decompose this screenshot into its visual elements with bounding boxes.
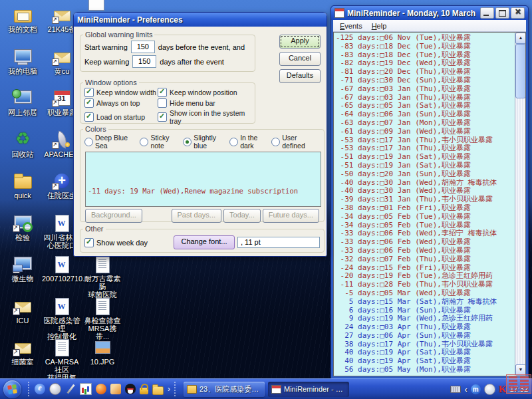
cancel-button[interactable]: Cancel: [279, 52, 321, 66]
window-option-checkbox[interactable]: Load on startup: [84, 109, 158, 125]
reminder-row[interactable]: -51 days:□19 Jan (Sat),职业暴露: [336, 162, 515, 170]
show-week-day-checkbox[interactable]: [84, 238, 94, 247]
quick-launch-expand-arrow[interactable]: ›: [166, 384, 172, 394]
maximize-button[interactable]: [495, 7, 509, 19]
shortcut-arrow-icon: [13, 308, 20, 315]
reminder-row[interactable]: 5 days:□15 Mar (Sat),胡瀚方 梅毒抗体: [336, 298, 515, 307]
start-warning-input[interactable]: [131, 41, 155, 53]
reminder-row[interactable]: -63 days:□07 Jan (Mon),职业暴露: [336, 119, 515, 128]
quick-launch-icon[interactable]: [125, 384, 136, 394]
window-option-checkbox[interactable]: Always on top: [84, 98, 158, 108]
desktop-icon[interactable]: 细菌室: [3, 338, 43, 366]
desktop-icon[interactable]: 回收站: [3, 130, 43, 158]
window-option-checkbox[interactable]: Keep window width: [84, 88, 158, 97]
reminder-row[interactable]: 27 days:□06 Apr (Sun),职业暴露: [336, 332, 515, 340]
watermark: [506, 374, 531, 394]
desktop-icon[interactable]: 2007102710...: [42, 255, 82, 283]
desktop-icon[interactable]: 检验: [3, 213, 43, 241]
keep-warning-input[interactable]: [132, 55, 156, 68]
colors-group: Colors Deep Blue Sea Sticky note: [80, 125, 325, 222]
start-button[interactable]: [3, 380, 21, 398]
reminder-row[interactable]: -83 days:□18 Dec (Tue),职业暴露: [336, 43, 515, 51]
group-legend: Other: [83, 225, 106, 233]
quick-launch-icon[interactable]: [49, 383, 61, 395]
background-button[interactable]: Background...: [85, 209, 142, 223]
desktop-icon-glyph: [11, 338, 34, 356]
scroll-up-arrow[interactable]: ▲: [515, 33, 526, 44]
desktop-icon-glyph: [51, 297, 73, 315]
color-scheme-radio[interactable]: Slightly blue: [183, 134, 229, 150]
globe-tray-icon[interactable]: [484, 384, 495, 395]
past-days-button[interactable]: Past days...: [172, 209, 221, 223]
color-scheme-radio[interactable]: User defined: [271, 134, 320, 150]
future-days-button[interactable]: Future days...: [263, 209, 319, 223]
desktop-icon[interactable]: 10.JPG: [82, 338, 122, 366]
task-button[interactable]: MiniReminder - Mon...: [268, 382, 349, 397]
scrollbar[interactable]: ▲ ▼: [515, 33, 525, 376]
today-button[interactable]: Today...: [223, 209, 261, 223]
quick-launch-icon[interactable]: [80, 383, 92, 395]
k-tray-icon[interactable]: K: [499, 384, 507, 395]
preferences-titlebar[interactable]: MiniReminder - Preferences: [74, 13, 327, 27]
reminder-row[interactable]: -34 days:□05 Feb (Tue),职业暴露: [336, 213, 515, 221]
color-scheme-radio[interactable]: Sticky note: [140, 134, 183, 150]
global-warning-limits-group: Global warning limits Start warning days…: [80, 31, 255, 72]
minireminder-titlebar[interactable]: MiniReminder - Monday, 10 March: [331, 6, 528, 20]
start-warning-suffix: days before the event, and: [158, 43, 245, 51]
quick-launch-icon[interactable]: [110, 384, 121, 394]
system-tray: ‹ m K 17:32: [450, 379, 532, 399]
change-font-button[interactable]: Change font...: [174, 235, 235, 249]
reminder-row[interactable]: 24 days:□03 Apr (Thu),职业暴露: [336, 323, 515, 332]
task-button-icon: [187, 385, 197, 394]
desktop-icon-label: 10.JPG: [82, 358, 122, 366]
desktop-icon[interactable]: quick: [3, 172, 43, 200]
quick-launch-icon[interactable]: [35, 384, 45, 394]
reminder-row[interactable]: -50 days:□20 Jan (Sun),职业暴露: [336, 170, 515, 179]
quick-launch-icon[interactable]: [65, 384, 76, 394]
desktop-icon[interactable]: 我的文档: [3, 5, 43, 33]
defaults-button[interactable]: Defaults: [279, 69, 321, 83]
desktop-icon-label: quick: [3, 192, 43, 200]
taskbar-separator: [174, 382, 176, 396]
keyboard-layout-icon[interactable]: [450, 386, 461, 393]
menu-item[interactable]: Help: [368, 22, 391, 30]
radio-label: Slightly blue: [194, 134, 229, 150]
menu-item[interactable]: Events: [336, 22, 366, 30]
apply-button[interactable]: Apply: [279, 35, 321, 49]
window-option-checkbox[interactable]: Show icon in the system tray: [158, 109, 255, 125]
reminder-row[interactable]: -61 days:□09 Jan (Wed),职业暴露: [336, 128, 515, 136]
reminder-row[interactable]: -33 days:□06 Feb (Wed),职业暴露: [336, 238, 515, 247]
minimize-button[interactable]: [480, 7, 494, 19]
reminder-row[interactable]: -67 days:□03 Jan (Thu),职业暴露: [336, 85, 515, 94]
radio-label: In the dark: [240, 134, 271, 150]
color-scheme-radio[interactable]: In the dark: [229, 134, 271, 150]
task-button[interactable]: 23、医院感染委员...: [184, 382, 265, 397]
reminder-row[interactable]: -125 days:□06 Nov (Tue),职业暴露: [336, 34, 515, 43]
scrollbar-thumb[interactable]: [515, 44, 526, 98]
reminder-row[interactable]: -71 days:□30 Dec (Sun),职业暴露: [336, 76, 515, 85]
reminder-row[interactable]: -11 days:□28 Feb (Thu),韦小贝职业暴露: [336, 281, 515, 289]
desktop-icon[interactable]: ICU: [3, 297, 43, 325]
color-scheme-radio[interactable]: Deep Blue Sea: [84, 134, 140, 150]
radio-icon: [183, 138, 192, 146]
collapse-tray-arrow-icon[interactable]: ‹: [464, 384, 467, 394]
maxthon-tray-icon[interactable]: m: [471, 384, 481, 394]
reminder-row[interactable]: -38 days:□01 Feb (Fri),职业暴露: [336, 204, 515, 213]
shortcut-arrow-icon: [13, 225, 20, 232]
reminder-row[interactable]: -33 days:□06 Feb (Wed),职业暴露: [336, 247, 515, 255]
desktop-icon[interactable]: 微生物: [3, 255, 43, 283]
radio-icon: [140, 138, 148, 146]
close-button[interactable]: [511, 7, 525, 19]
desktop-icon[interactable]: 鼻检查筛查 MRSA携带...: [82, 297, 122, 340]
window-option-checkbox[interactable]: Hide menu bar: [158, 98, 255, 108]
checkbox-label: Keep window width: [96, 88, 156, 96]
quick-launch-icon[interactable]: [152, 386, 164, 395]
reminder-row[interactable]: -32 days:□07 Feb (Thu),职业暴露: [336, 255, 515, 264]
reminder-row[interactable]: 56 days:□05 May (Mon),职业暴露: [336, 366, 515, 374]
window-option-checkbox[interactable]: Keep window position: [158, 88, 255, 97]
quick-launch-icon[interactable]: [96, 384, 106, 394]
quick-launch-icon[interactable]: [140, 388, 148, 394]
desktop-icon[interactable]: 网上邻居: [3, 88, 43, 116]
desktop-icon[interactable]: 我的电脑: [3, 47, 43, 75]
reminder-row[interactable]: -5 days:□05 Mar (Wed),职业暴露: [336, 289, 515, 298]
